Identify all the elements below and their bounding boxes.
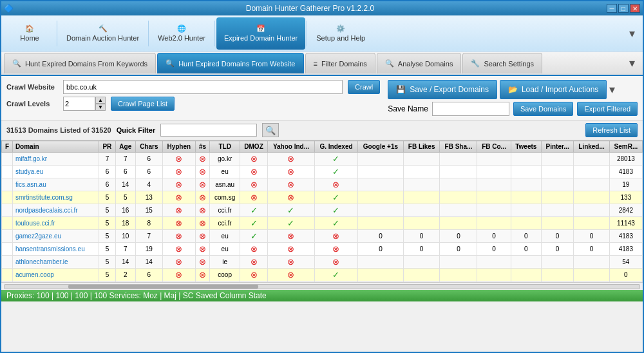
th-gindex[interactable]: G. Indexed <box>314 141 357 153</box>
red-x-icon: ⊗ <box>287 193 294 202</box>
red-x-icon: ⊗ <box>251 193 258 202</box>
th-g1[interactable]: Google +1s <box>358 141 404 153</box>
scroll-thumb[interactable] <box>68 285 259 289</box>
subnav-settings[interactable]: 🔧 Search Settings <box>462 53 542 73</box>
nav-setup[interactable]: ⚙️ Setup and Help <box>308 17 373 50</box>
th-fblikes[interactable]: FB Likes <box>403 141 440 153</box>
controls-wrapper: Crawl Website Crawl Crawl Levels ▲ ▼ Cra… <box>1 76 643 120</box>
status-text: Proxies: 100 | 100 | 100 | 100 Services:… <box>6 291 267 300</box>
filter-row: 31513 Domains Listed of 31520 Quick Filt… <box>1 120 643 140</box>
subnav-analyse[interactable]: 🔍 Analyse Domains <box>377 53 462 73</box>
red-x-icon: ⊗ <box>199 218 206 228</box>
table-row: fics.asn.au6144⊗⊗asn.au⊗⊗⊗19 <box>2 178 643 191</box>
th-pr[interactable]: PR <box>99 141 116 153</box>
maximize-button[interactable]: □ <box>618 4 629 13</box>
red-x-icon: ⊗ <box>199 244 206 254</box>
crawl-levels-input[interactable] <box>63 97 95 111</box>
action-dropdown-icon[interactable]: ▾ <box>609 82 615 97</box>
th-age[interactable]: Age <box>115 141 135 153</box>
crawl-page-list-button[interactable]: Crawl Page List <box>111 97 175 111</box>
table-container[interactable]: F Domain PR Age Chars Hyphen #s TLD DMOZ… <box>1 140 643 282</box>
green-check-icon: ✓ <box>332 193 339 202</box>
th-hyphen[interactable]: Hyphen <box>162 141 195 153</box>
red-x-icon: ⊗ <box>175 167 182 176</box>
save-domains-button[interactable]: Save Domains <box>513 102 574 116</box>
th-tweets[interactable]: Tweets <box>511 141 541 153</box>
subnav-filter[interactable]: ≡ Filter Domains <box>305 53 375 73</box>
horizontal-scrollbar[interactable] <box>1 282 643 290</box>
nav-bar: 🏠 Home 🔨 Domain Auction Hunter 🌐 Web2.0 … <box>1 15 643 52</box>
table-header-row: F Domain PR Age Chars Hyphen #s TLD DMOZ… <box>2 141 643 153</box>
save-name-label: Save Name <box>388 104 428 113</box>
subnav-filter-label: Filter Domains <box>321 60 367 68</box>
th-hash[interactable]: #s <box>195 141 210 153</box>
th-semr[interactable]: SemR... <box>609 141 642 153</box>
nav-sep-1 <box>57 21 57 46</box>
save-export-label: Save / Export Domains <box>410 85 489 94</box>
keywords-icon: 🔍 <box>12 59 21 68</box>
th-fbsha[interactable]: FB Sha... <box>440 141 477 153</box>
red-x-icon: ⊗ <box>175 218 182 228</box>
table-row: acumen.coop526⊗⊗coop⊗⊗✓0 <box>2 269 643 281</box>
filter-icon: ≡ <box>314 60 317 68</box>
red-x-icon: ⊗ <box>199 257 206 267</box>
th-fbco[interactable]: FB Co... <box>477 141 511 153</box>
save-name-input[interactable] <box>432 102 509 116</box>
app-title: Domain Hunter Gatherer Pro v1.2.2.0 <box>14 4 607 13</box>
crawl-button[interactable]: Crawl <box>348 80 380 94</box>
th-linked[interactable]: Linked... <box>574 141 609 153</box>
nav-auction[interactable]: 🔨 Domain Auction Hunter <box>59 17 147 50</box>
subnav-keywords[interactable]: 🔍 Hunt Expired Domains From Keywords <box>4 53 156 73</box>
red-x-icon: ⊗ <box>199 154 206 164</box>
nav-expired[interactable]: 📅 Expired Domain Hunter <box>216 17 305 50</box>
scroll-track <box>4 284 640 289</box>
nav-dropdown-icon[interactable]: ▾ <box>624 21 640 46</box>
th-f[interactable]: F <box>2 141 13 153</box>
load-import-label: Load / Import Auctions <box>522 85 598 94</box>
red-x-icon: ⊗ <box>175 231 182 241</box>
analyse-icon: 🔍 <box>385 59 394 68</box>
search-button[interactable]: 🔍 <box>262 123 279 137</box>
th-chars[interactable]: Chars <box>135 141 162 153</box>
save-name-row: Save Name Save Domains Export Filtered <box>388 102 638 116</box>
red-x-icon: ⊗ <box>287 231 294 241</box>
crawl-website-input[interactable] <box>63 80 343 94</box>
save-export-row: 💾 Save / Export Domains 📂 Load / Import … <box>388 80 638 99</box>
close-button[interactable]: ✕ <box>630 4 640 13</box>
nav-expired-label: Expired Domain Hunter <box>224 34 298 42</box>
load-icon: 📂 <box>508 85 518 94</box>
green-check-icon: ✓ <box>332 154 339 164</box>
crawl-levels-spinner[interactable]: ▲ ▼ <box>63 97 106 111</box>
quick-filter-input[interactable] <box>160 124 257 137</box>
th-yahoo[interactable]: Yahoo Ind... <box>268 141 315 153</box>
green-check-icon: ✓ <box>332 270 339 280</box>
subnav-website[interactable]: 🔍 Hunt Expired Domains From Website <box>157 53 303 73</box>
red-x-icon: ⊗ <box>199 205 206 215</box>
nav-auction-label: Domain Auction Hunter <box>66 34 139 42</box>
subnav-dropdown-icon[interactable]: ▾ <box>624 53 640 73</box>
nav-web20[interactable]: 🌐 Web2.0 Hunter <box>150 17 213 50</box>
nav-web20-label: Web2.0 Hunter <box>158 34 205 42</box>
red-x-icon: ⊗ <box>332 180 339 189</box>
export-filtered-button[interactable]: Export Filtered <box>577 102 638 116</box>
th-domain[interactable]: Domain <box>12 141 99 153</box>
red-x-icon: ⊗ <box>287 154 294 164</box>
red-x-icon: ⊗ <box>199 167 206 176</box>
green-check-icon: ✓ <box>251 218 258 228</box>
nav-home[interactable]: 🏠 Home <box>4 17 55 50</box>
refresh-list-button[interactable]: Refresh List <box>585 123 638 137</box>
th-dmoz[interactable]: DMOZ <box>240 141 268 153</box>
minimize-button[interactable]: ─ <box>607 4 617 13</box>
red-x-icon: ⊗ <box>199 193 206 202</box>
spinner-down[interactable]: ▼ <box>95 104 106 111</box>
spinner-up[interactable]: ▲ <box>95 97 106 104</box>
th-pinter[interactable]: Pinter... <box>541 141 573 153</box>
load-import-button[interactable]: 📂 Load / Import Auctions <box>500 80 607 99</box>
save-export-button[interactable]: 💾 Save / Export Domains <box>388 80 497 99</box>
save-icon: 💾 <box>396 85 406 94</box>
subnav-keywords-label: Hunt Expired Domains From Keywords <box>25 60 147 68</box>
th-tld[interactable]: TLD <box>210 141 240 153</box>
green-check-icon: ✓ <box>332 205 339 215</box>
setup-icon: ⚙️ <box>336 24 345 33</box>
red-x-icon: ⊗ <box>251 270 258 280</box>
